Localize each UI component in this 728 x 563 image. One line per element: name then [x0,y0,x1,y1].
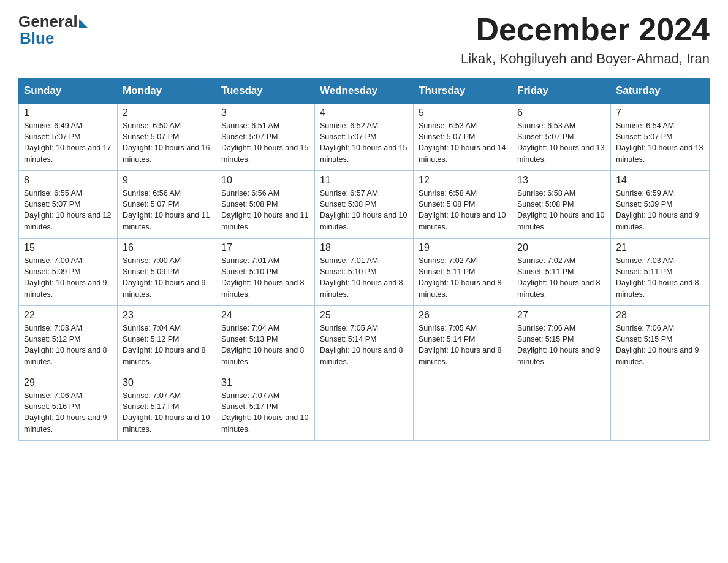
page-header: General Blue December 2024 Likak, Kohgil… [18,12,710,67]
day-number: 2 [123,107,211,118]
calendar-day-cell: 27Sunrise: 7:06 AMSunset: 5:15 PMDayligh… [512,306,611,373]
day-info: Sunrise: 6:58 AMSunset: 5:08 PMDaylight:… [517,189,604,231]
calendar-day-cell: 24Sunrise: 7:04 AMSunset: 5:13 PMDayligh… [216,306,315,373]
calendar-day-cell: 22Sunrise: 7:03 AMSunset: 5:12 PMDayligh… [19,306,118,373]
day-number: 24 [221,310,309,321]
calendar-day-cell: 23Sunrise: 7:04 AMSunset: 5:12 PMDayligh… [118,306,216,373]
day-number: 29 [24,377,112,388]
weekday-header-tuesday: Tuesday [216,79,315,104]
day-number: 21 [616,242,704,253]
weekday-header-saturday: Saturday [611,79,710,104]
day-info: Sunrise: 7:07 AMSunset: 5:17 PMDaylight:… [123,391,210,433]
calendar-day-cell: 19Sunrise: 7:02 AMSunset: 5:11 PMDayligh… [414,239,512,306]
calendar-day-cell: 15Sunrise: 7:00 AMSunset: 5:09 PMDayligh… [19,239,118,306]
day-info: Sunrise: 6:51 AMSunset: 5:07 PMDaylight:… [221,121,308,163]
day-number: 14 [616,175,704,186]
calendar-day-cell: 30Sunrise: 7:07 AMSunset: 5:17 PMDayligh… [118,373,216,441]
weekday-header-sunday: Sunday [19,79,118,104]
weekday-header-wednesday: Wednesday [315,79,414,104]
calendar-week-row: 1Sunrise: 6:49 AMSunset: 5:07 PMDaylight… [19,104,710,171]
day-number: 17 [221,242,309,253]
calendar-week-row: 22Sunrise: 7:03 AMSunset: 5:12 PMDayligh… [19,306,710,373]
calendar-day-cell: 1Sunrise: 6:49 AMSunset: 5:07 PMDaylight… [19,104,118,171]
calendar-day-cell: 25Sunrise: 7:05 AMSunset: 5:14 PMDayligh… [315,306,414,373]
day-number: 26 [419,310,507,321]
day-number: 10 [221,175,309,186]
calendar-day-cell: 2Sunrise: 6:50 AMSunset: 5:07 PMDaylight… [118,104,216,171]
day-number: 4 [320,107,408,118]
day-info: Sunrise: 6:57 AMSunset: 5:08 PMDaylight:… [320,189,407,231]
calendar-day-cell: 29Sunrise: 7:06 AMSunset: 5:16 PMDayligh… [19,373,118,441]
day-info: Sunrise: 7:07 AMSunset: 5:17 PMDaylight:… [221,391,308,433]
day-info: Sunrise: 7:03 AMSunset: 5:12 PMDaylight:… [24,324,107,366]
calendar-day-cell: 28Sunrise: 7:06 AMSunset: 5:15 PMDayligh… [611,306,710,373]
day-number: 7 [616,107,704,118]
day-number: 13 [517,175,605,186]
day-number: 12 [419,175,507,186]
calendar-day-cell: 8Sunrise: 6:55 AMSunset: 5:07 PMDaylight… [19,171,118,239]
calendar-day-cell: 9Sunrise: 6:56 AMSunset: 5:07 PMDaylight… [118,171,216,239]
day-info: Sunrise: 7:01 AMSunset: 5:10 PMDaylight:… [320,256,403,298]
day-number: 15 [24,242,112,253]
title-section: December 2024 Likak, Kohgiluyeh and Boye… [461,12,710,67]
calendar-day-cell: 16Sunrise: 7:00 AMSunset: 5:09 PMDayligh… [118,239,216,306]
day-info: Sunrise: 7:02 AMSunset: 5:11 PMDaylight:… [419,256,502,298]
calendar-day-cell: 26Sunrise: 7:05 AMSunset: 5:14 PMDayligh… [414,306,512,373]
day-number: 23 [123,310,211,321]
day-info: Sunrise: 7:06 AMSunset: 5:16 PMDaylight:… [24,391,107,433]
day-number: 31 [221,377,309,388]
day-info: Sunrise: 6:56 AMSunset: 5:08 PMDaylight:… [221,189,308,231]
day-info: Sunrise: 6:56 AMSunset: 5:07 PMDaylight:… [123,189,210,231]
day-info: Sunrise: 6:55 AMSunset: 5:07 PMDaylight:… [24,189,111,231]
day-info: Sunrise: 6:54 AMSunset: 5:07 PMDaylight:… [616,121,703,163]
day-number: 20 [517,242,605,253]
calendar-table: SundayMondayTuesdayWednesdayThursdayFrid… [18,78,710,441]
calendar-day-cell: 6Sunrise: 6:53 AMSunset: 5:07 PMDaylight… [512,104,611,171]
calendar-day-cell [414,373,512,441]
day-number: 3 [221,107,309,118]
calendar-week-row: 8Sunrise: 6:55 AMSunset: 5:07 PMDaylight… [19,171,710,239]
day-info: Sunrise: 7:03 AMSunset: 5:11 PMDaylight:… [616,256,699,298]
calendar-week-row: 15Sunrise: 7:00 AMSunset: 5:09 PMDayligh… [19,239,710,306]
logo-arrow-icon [79,19,88,28]
day-number: 19 [419,242,507,253]
calendar-day-cell: 4Sunrise: 6:52 AMSunset: 5:07 PMDaylight… [315,104,414,171]
day-info: Sunrise: 7:01 AMSunset: 5:10 PMDaylight:… [221,256,305,298]
month-title: December 2024 [461,12,710,47]
day-info: Sunrise: 6:53 AMSunset: 5:07 PMDaylight:… [517,121,604,163]
calendar-week-row: 29Sunrise: 7:06 AMSunset: 5:16 PMDayligh… [19,373,710,441]
calendar-day-cell: 7Sunrise: 6:54 AMSunset: 5:07 PMDaylight… [611,104,710,171]
calendar-day-cell: 14Sunrise: 6:59 AMSunset: 5:09 PMDayligh… [611,171,710,239]
day-info: Sunrise: 7:05 AMSunset: 5:14 PMDaylight:… [320,324,403,366]
calendar-day-cell [315,373,414,441]
day-info: Sunrise: 6:59 AMSunset: 5:09 PMDaylight:… [616,189,699,231]
calendar-day-cell: 10Sunrise: 6:56 AMSunset: 5:08 PMDayligh… [216,171,315,239]
day-number: 30 [123,377,211,388]
day-info: Sunrise: 6:49 AMSunset: 5:07 PMDaylight:… [24,121,111,163]
calendar-day-cell: 5Sunrise: 6:53 AMSunset: 5:07 PMDaylight… [414,104,512,171]
location-title: Likak, Kohgiluyeh and Boyer-Ahmad, Iran [461,51,710,67]
calendar-day-cell: 31Sunrise: 7:07 AMSunset: 5:17 PMDayligh… [216,373,315,441]
calendar-day-cell: 18Sunrise: 7:01 AMSunset: 5:10 PMDayligh… [315,239,414,306]
day-number: 1 [24,107,112,118]
calendar-day-cell: 11Sunrise: 6:57 AMSunset: 5:08 PMDayligh… [315,171,414,239]
day-info: Sunrise: 6:58 AMSunset: 5:08 PMDaylight:… [419,189,506,231]
day-info: Sunrise: 7:04 AMSunset: 5:13 PMDaylight:… [221,324,305,366]
weekday-header-friday: Friday [512,79,611,104]
logo-blue-text: Blue [20,29,88,48]
weekday-header-thursday: Thursday [414,79,512,104]
logo: General Blue [18,12,88,48]
calendar-day-cell: 12Sunrise: 6:58 AMSunset: 5:08 PMDayligh… [414,171,512,239]
calendar-day-cell: 3Sunrise: 6:51 AMSunset: 5:07 PMDaylight… [216,104,315,171]
day-number: 6 [517,107,605,118]
calendar-day-cell [611,373,710,441]
day-info: Sunrise: 7:05 AMSunset: 5:14 PMDaylight:… [419,324,502,366]
day-info: Sunrise: 7:00 AMSunset: 5:09 PMDaylight:… [123,256,206,298]
day-info: Sunrise: 7:06 AMSunset: 5:15 PMDaylight:… [517,324,601,366]
day-info: Sunrise: 6:50 AMSunset: 5:07 PMDaylight:… [123,121,210,163]
day-number: 28 [616,310,704,321]
weekday-header-monday: Monday [118,79,216,104]
day-number: 11 [320,175,408,186]
day-number: 18 [320,242,408,253]
calendar-day-cell [512,373,611,441]
